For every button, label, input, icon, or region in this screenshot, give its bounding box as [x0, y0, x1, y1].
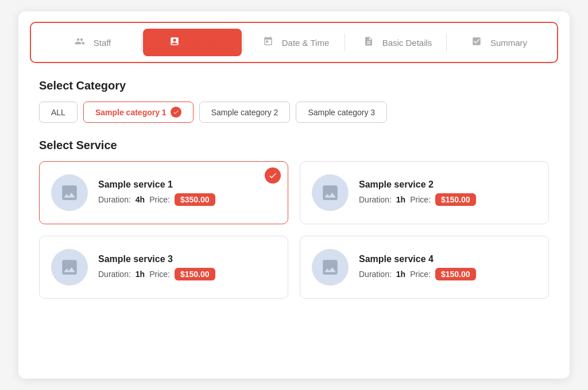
basic-details-icon	[359, 33, 378, 52]
cat-filter-3[interactable]: Sample category 3	[296, 102, 387, 123]
service-2-meta: Duration: 1h Price: $150.00	[359, 193, 476, 206]
service-4-duration-val: 1h	[396, 270, 405, 279]
service-4-meta: Duration: 1h Price: $150.00	[359, 268, 476, 280]
tab-summary[interactable]: Summary	[448, 29, 547, 56]
service-2-avatar	[312, 174, 349, 211]
select-service-title: Select Service	[39, 139, 549, 152]
service-2-info: Sample service 2 Duration: 1h Price: $15…	[359, 180, 476, 206]
tab-summary-label: Summary	[490, 38, 527, 48]
service-card-4[interactable]: Sample service 4 Duration: 1h Price: $15…	[300, 236, 549, 299]
service-1-price-label: Price:	[149, 195, 170, 204]
service-4-info: Sample service 4 Duration: 1h Price: $15…	[359, 254, 476, 280]
tab-basic-details[interactable]: Basic Details	[346, 29, 445, 56]
staff-icon	[71, 33, 89, 52]
service-4-duration-label: Duration:	[359, 270, 392, 279]
service-1-meta: Duration: 4h Price: $350.00	[98, 193, 215, 206]
service-3-info: Sample service 3 Duration: 1h Price: $15…	[98, 254, 215, 280]
service-3-duration-label: Duration:	[98, 270, 131, 279]
tab-datetime-label: Date & Time	[282, 38, 330, 48]
service-1-info: Sample service 1 Duration: 4h Price: $35…	[98, 180, 215, 206]
service-2-price-label: Price:	[410, 195, 431, 204]
service-grid: Sample service 1 Duration: 4h Price: $35…	[39, 161, 549, 299]
tab-staff[interactable]: Staff	[41, 29, 140, 56]
app-container: Staff Service Date & Time Basic Details	[18, 11, 570, 379]
cat-filter-1[interactable]: Sample category 1	[83, 102, 194, 123]
service-4-avatar	[312, 249, 349, 286]
service-card-1[interactable]: Sample service 1 Duration: 4h Price: $35…	[39, 161, 288, 224]
cat-filter-1-check	[171, 107, 181, 118]
tab-divider-2	[243, 34, 243, 51]
category-filters: ALL Sample category 1 Sample category 2 …	[39, 102, 549, 123]
service-card-2[interactable]: Sample service 2 Duration: 1h Price: $15…	[300, 161, 549, 224]
summary-icon	[467, 33, 486, 52]
service-3-name: Sample service 3	[98, 254, 215, 264]
tab-service-label: Service	[188, 38, 219, 48]
tab-divider-3	[345, 34, 345, 51]
tab-service[interactable]: Service	[143, 29, 242, 56]
select-category-title: Select Category	[39, 79, 549, 92]
tab-divider-4	[446, 34, 447, 51]
service-4-name: Sample service 4	[359, 254, 476, 264]
service-2-price: $150.00	[435, 193, 476, 206]
service-1-price: $350.00	[175, 193, 215, 206]
service-3-price: $150.00	[175, 268, 215, 280]
tab-basic-details-label: Basic Details	[382, 38, 432, 48]
cat-filter-1-label: Sample category 1	[95, 108, 167, 117]
tab-divider-1	[141, 34, 142, 51]
service-icon	[165, 33, 184, 52]
cat-filter-all[interactable]: ALL	[39, 102, 78, 123]
service-2-duration-val: 1h	[396, 195, 405, 204]
tab-datetime[interactable]: Date & Time	[245, 29, 343, 56]
service-1-name: Sample service 1	[98, 180, 215, 190]
cat-filter-2[interactable]: Sample category 2	[199, 102, 291, 123]
service-1-avatar	[51, 174, 88, 211]
service-card-3[interactable]: Sample service 3 Duration: 1h Price: $15…	[39, 236, 288, 299]
tab-staff-label: Staff	[94, 38, 111, 48]
service-3-duration-val: 1h	[136, 270, 145, 279]
service-2-duration-label: Duration:	[359, 195, 392, 204]
datetime-icon	[259, 33, 277, 52]
service-1-duration-label: Duration:	[98, 195, 131, 204]
service-2-name: Sample service 2	[359, 180, 476, 190]
service-1-duration-val: 4h	[136, 195, 145, 204]
service-1-selected-badge	[265, 167, 281, 184]
wizard-tabs: Staff Service Date & Time Basic Details	[30, 22, 558, 63]
service-3-avatar	[51, 249, 88, 286]
service-4-price-label: Price:	[410, 270, 431, 279]
service-3-meta: Duration: 1h Price: $150.00	[98, 268, 215, 280]
service-4-price: $150.00	[435, 268, 476, 280]
main-content: Select Category ALL Sample category 1 Sa…	[18, 63, 570, 299]
service-3-price-label: Price:	[149, 270, 170, 279]
